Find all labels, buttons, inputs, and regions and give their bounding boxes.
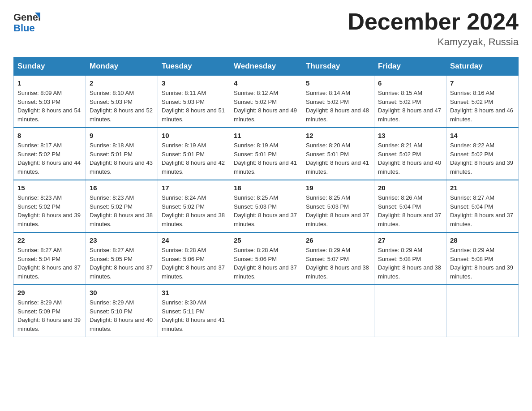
calendar-cell: 24 Sunrise: 8:28 AM Sunset: 5:06 PM Dayl… [158,232,230,285]
calendar-cell: 13 Sunrise: 8:21 AM Sunset: 5:02 PM Dayl… [374,128,446,180]
col-saturday: Saturday [446,57,519,76]
day-info: Sunrise: 8:28 AM Sunset: 5:06 PM Dayligh… [234,246,298,281]
calendar-cell: 14 Sunrise: 8:22 AM Sunset: 5:02 PM Dayl… [446,128,519,180]
day-info: Sunrise: 8:28 AM Sunset: 5:06 PM Dayligh… [162,246,226,281]
calendar-cell: 16 Sunrise: 8:23 AM Sunset: 5:02 PM Dayl… [86,180,158,232]
calendar-cell [230,285,302,337]
calendar-cell [446,285,519,337]
day-number: 19 [306,184,370,192]
day-number: 20 [378,184,442,192]
day-number: 18 [234,184,298,192]
day-number: 16 [90,184,154,192]
col-monday: Monday [86,57,158,76]
calendar-cell: 20 Sunrise: 8:26 AM Sunset: 5:04 PM Dayl… [374,180,446,232]
week-row-5: 29 Sunrise: 8:29 AM Sunset: 5:09 PM Dayl… [14,285,519,337]
day-info: Sunrise: 8:23 AM Sunset: 5:02 PM Dayligh… [90,193,154,228]
week-row-2: 8 Sunrise: 8:17 AM Sunset: 5:02 PM Dayli… [14,128,519,180]
page-header: General Blue December 2024 Kamyzyak, Rus… [13,9,519,48]
calendar-cell: 27 Sunrise: 8:29 AM Sunset: 5:08 PM Dayl… [374,232,446,285]
day-info: Sunrise: 8:23 AM Sunset: 5:02 PM Dayligh… [17,193,82,228]
calendar-cell: 11 Sunrise: 8:19 AM Sunset: 5:01 PM Dayl… [230,128,302,180]
calendar-cell: 9 Sunrise: 8:18 AM Sunset: 5:01 PM Dayli… [86,128,158,180]
calendar-cell [374,285,446,337]
day-number: 21 [450,184,515,192]
day-number: 28 [450,236,515,244]
calendar-cell: 17 Sunrise: 8:24 AM Sunset: 5:02 PM Dayl… [158,180,230,232]
day-info: Sunrise: 8:11 AM Sunset: 5:03 PM Dayligh… [162,89,226,124]
day-info: Sunrise: 8:19 AM Sunset: 5:01 PM Dayligh… [162,141,226,176]
day-info: Sunrise: 8:29 AM Sunset: 5:08 PM Dayligh… [450,246,515,281]
day-number: 30 [90,289,154,296]
day-number: 11 [234,132,298,139]
week-row-4: 22 Sunrise: 8:27 AM Sunset: 5:04 PM Dayl… [14,232,519,285]
day-info: Sunrise: 8:27 AM Sunset: 5:05 PM Dayligh… [90,246,154,281]
calendar-cell: 12 Sunrise: 8:20 AM Sunset: 5:01 PM Dayl… [302,128,374,180]
calendar-cell: 1 Sunrise: 8:09 AM Sunset: 5:03 PM Dayli… [14,76,86,128]
calendar-cell: 28 Sunrise: 8:29 AM Sunset: 5:08 PM Dayl… [446,232,519,285]
day-number: 17 [162,184,226,192]
day-number: 23 [90,236,154,244]
day-number: 10 [162,132,226,139]
day-number: 8 [17,132,82,139]
day-info: Sunrise: 8:20 AM Sunset: 5:01 PM Dayligh… [306,141,370,176]
logo-icon: General Blue [13,9,40,34]
day-info: Sunrise: 8:30 AM Sunset: 5:11 PM Dayligh… [162,298,226,333]
month-title: December 2024 [348,9,519,34]
calendar-cell: 31 Sunrise: 8:30 AM Sunset: 5:11 PM Dayl… [158,285,230,337]
day-info: Sunrise: 8:27 AM Sunset: 5:04 PM Dayligh… [450,193,515,228]
day-info: Sunrise: 8:29 AM Sunset: 5:07 PM Dayligh… [306,246,370,281]
calendar-cell: 5 Sunrise: 8:14 AM Sunset: 5:02 PM Dayli… [302,76,374,128]
calendar-cell: 19 Sunrise: 8:25 AM Sunset: 5:03 PM Dayl… [302,180,374,232]
day-number: 7 [450,79,515,87]
calendar-cell: 29 Sunrise: 8:29 AM Sunset: 5:09 PM Dayl… [14,285,86,337]
day-info: Sunrise: 8:12 AM Sunset: 5:02 PM Dayligh… [234,89,298,124]
day-number: 3 [162,79,226,87]
day-number: 22 [17,236,82,244]
calendar-cell: 15 Sunrise: 8:23 AM Sunset: 5:02 PM Dayl… [14,180,86,232]
day-info: Sunrise: 8:18 AM Sunset: 5:01 PM Dayligh… [90,141,154,176]
day-info: Sunrise: 8:29 AM Sunset: 5:08 PM Dayligh… [378,246,442,281]
day-number: 31 [162,289,226,296]
day-number: 14 [450,132,515,139]
calendar-cell: 30 Sunrise: 8:29 AM Sunset: 5:10 PM Dayl… [86,285,158,337]
day-info: Sunrise: 8:25 AM Sunset: 5:03 PM Dayligh… [306,193,370,228]
logo: General Blue [13,9,40,34]
calendar-cell: 22 Sunrise: 8:27 AM Sunset: 5:04 PM Dayl… [14,232,86,285]
day-info: Sunrise: 8:09 AM Sunset: 5:03 PM Dayligh… [17,89,82,124]
day-number: 12 [306,132,370,139]
day-number: 29 [17,289,82,296]
day-info: Sunrise: 8:25 AM Sunset: 5:03 PM Dayligh… [234,193,298,228]
day-info: Sunrise: 8:29 AM Sunset: 5:10 PM Dayligh… [90,298,154,333]
svg-text:Blue: Blue [13,22,35,34]
calendar-cell: 4 Sunrise: 8:12 AM Sunset: 5:02 PM Dayli… [230,76,302,128]
calendar-table: Sunday Monday Tuesday Wednesday Thursday… [13,57,519,337]
calendar-header-row: Sunday Monday Tuesday Wednesday Thursday… [14,57,519,76]
day-info: Sunrise: 8:29 AM Sunset: 5:09 PM Dayligh… [17,298,82,333]
day-number: 9 [90,132,154,139]
col-sunday: Sunday [14,57,86,76]
calendar-cell: 25 Sunrise: 8:28 AM Sunset: 5:06 PM Dayl… [230,232,302,285]
day-number: 24 [162,236,226,244]
calendar-cell [302,285,374,337]
location: Kamyzyak, Russia [348,36,519,48]
calendar-cell: 7 Sunrise: 8:16 AM Sunset: 5:02 PM Dayli… [446,76,519,128]
day-info: Sunrise: 8:16 AM Sunset: 5:02 PM Dayligh… [450,89,515,124]
calendar-cell: 2 Sunrise: 8:10 AM Sunset: 5:03 PM Dayli… [86,76,158,128]
day-number: 25 [234,236,298,244]
day-info: Sunrise: 8:26 AM Sunset: 5:04 PM Dayligh… [378,193,442,228]
calendar-cell: 26 Sunrise: 8:29 AM Sunset: 5:07 PM Dayl… [302,232,374,285]
col-thursday: Thursday [302,57,374,76]
col-tuesday: Tuesday [158,57,230,76]
day-number: 26 [306,236,370,244]
day-info: Sunrise: 8:14 AM Sunset: 5:02 PM Dayligh… [306,89,370,124]
day-info: Sunrise: 8:24 AM Sunset: 5:02 PM Dayligh… [162,193,226,228]
calendar-cell: 23 Sunrise: 8:27 AM Sunset: 5:05 PM Dayl… [86,232,158,285]
col-wednesday: Wednesday [230,57,302,76]
day-info: Sunrise: 8:27 AM Sunset: 5:04 PM Dayligh… [17,246,82,281]
col-friday: Friday [374,57,446,76]
title-block: December 2024 Kamyzyak, Russia [348,9,519,48]
day-info: Sunrise: 8:22 AM Sunset: 5:02 PM Dayligh… [450,141,515,176]
day-number: 5 [306,79,370,87]
calendar-cell: 18 Sunrise: 8:25 AM Sunset: 5:03 PM Dayl… [230,180,302,232]
day-number: 6 [378,79,442,87]
